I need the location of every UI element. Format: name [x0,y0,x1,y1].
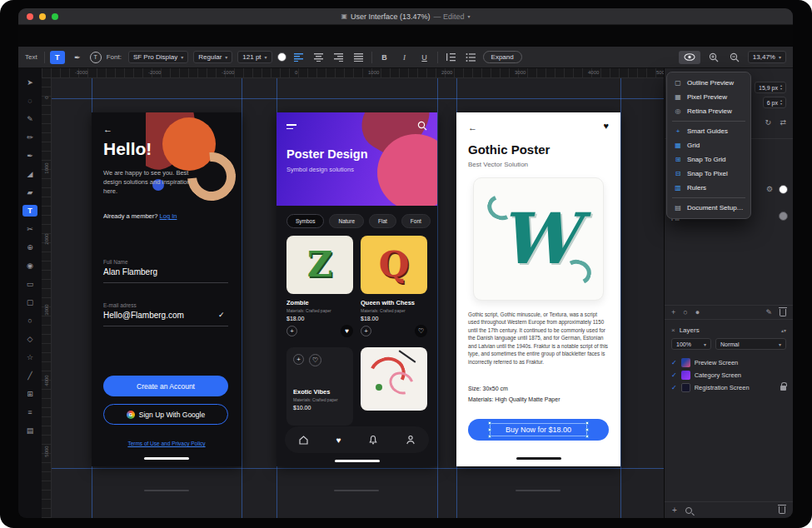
target-tool[interactable]: ⊕ [22,242,37,253]
menu-item-outline-preview[interactable]: ▢ Outline Preview [667,76,750,90]
add-style-icon[interactable]: + [671,308,675,316]
favorite-button[interactable]: ♥ [341,325,353,337]
selection-handle[interactable] [488,428,491,431]
menu-icon[interactable] [286,124,296,132]
text-tool-button[interactable]: T [50,51,65,64]
expand-button[interactable]: Expand [483,51,522,63]
font-size-select[interactable]: 121 pt▾ [237,51,271,63]
horizontal-ruler[interactable]: -3000 -2000 -1000 0 1000 2000 3000 4000 … [42,68,664,78]
knife-tool[interactable]: ◢ [22,168,37,180]
circle-filled-icon[interactable]: ● [695,308,700,316]
chip-nature[interactable]: Nature [329,214,364,228]
full-name-field[interactable]: Alan Flamberg [103,267,157,276]
stroke-swatch[interactable] [779,185,788,194]
artboard-category-screen[interactable]: Poster Design Symbol design solutions Sy… [276,112,437,466]
create-account-button[interactable]: Create an Account [103,376,228,396]
eraser-tool[interactable]: ▰ [22,187,37,198]
product-card-queen[interactable]: Q Queen with Chess Materials: Crafted pa… [361,236,427,337]
layers-tool[interactable]: ▤ [22,425,37,436]
bell-icon[interactable] [368,435,378,445]
text-color-swatch[interactable] [277,52,286,62]
align-left-button[interactable] [291,51,306,64]
lock-icon[interactable] [780,386,786,391]
product-card-doodle[interactable] [361,347,427,411]
line-tool[interactable]: ╱ [22,370,37,381]
gear-icon[interactable]: ⚙ [766,185,773,193]
favorite-button[interactable]: ♡ [415,325,427,337]
menu-item-smart-guides[interactable]: + Smart Guides [667,124,750,138]
artboard-preview-screen[interactable]: ← ♥ Gothic Poster Best Vector Solution W… [456,112,620,466]
select-tool[interactable]: ➤ [22,77,37,88]
minimize-button[interactable] [39,13,46,20]
italic-button[interactable]: I [397,51,412,64]
chip-font[interactable]: Font [401,214,431,228]
list-options-button[interactable] [463,51,478,64]
brush-tool[interactable]: ✒ [22,150,37,162]
buy-now-button[interactable]: Buy Now for $18.00 [468,419,609,441]
font-style-select[interactable]: Regular▾ [193,51,232,63]
google-signup-button[interactable]: G Sign Up With Google [103,404,228,425]
favorite-icon[interactable]: ♥ [603,121,609,131]
menu-item-document-setup[interactable]: ▤ Document Setup… [667,201,750,215]
profile-icon[interactable] [406,435,416,445]
email-field[interactable]: Hello@Flamberg.com [103,311,184,320]
panel-close-icon[interactable]: × [671,326,675,334]
text-style-icon[interactable]: ✒ [70,51,85,64]
trash-icon[interactable] [779,506,785,514]
lasso-tool[interactable]: ◌ [22,95,37,107]
font-family-select[interactable]: SF Pro Display▾ [128,51,188,63]
rows-tool[interactable]: ≡ [22,406,37,418]
close-button[interactable] [27,13,33,20]
selection-handle[interactable] [585,435,589,438]
align-center-button[interactable] [311,51,326,64]
opacity-select[interactable]: 100%▾ [671,338,711,350]
circle-outline-icon[interactable]: ○ [683,308,687,316]
polygon-tool[interactable]: ◇ [22,333,37,345]
layer-row-preview-screen[interactable]: ✓ Preview Screen [665,356,793,369]
menu-item-grid[interactable]: ▦ Grid [667,138,750,152]
blend-mode-select[interactable]: Normal▾ [715,338,786,350]
favorites-icon[interactable]: ♥ [336,436,341,445]
zoom-level-select[interactable]: 13,47%▾ [748,51,786,63]
menu-item-snap-to-grid[interactable]: ⊞ Snap To Grid [667,152,750,167]
menu-item-pixel-preview[interactable]: ▦ Pixel Preview [667,90,750,104]
layer-row-registration-screen[interactable]: ✓ Registration Screen [665,381,793,394]
text-tool[interactable]: T [22,205,37,217]
vertical-ruler[interactable]: 0 1000 2000 3000 4000 5000 [42,78,52,518]
add-button[interactable]: + [361,326,371,336]
rectangle-tool[interactable]: ▭ [22,278,37,290]
selection-handle[interactable] [585,421,589,425]
rotate-icon[interactable]: ↻ [765,118,771,127]
menu-item-rulers[interactable]: ▥ Rulers [667,181,750,195]
scissors-tool[interactable]: ✂ [22,223,37,235]
login-link[interactable]: Log In [160,212,177,220]
visibility-checkbox[interactable]: ✓ [671,371,677,379]
flip-icon[interactable]: ⇄ [780,118,786,127]
align-right-button[interactable] [331,51,346,64]
type-circle-icon[interactable]: T [90,52,102,63]
zoom-in-icon[interactable] [706,51,721,64]
search-layers-icon[interactable] [685,507,692,514]
home-icon[interactable] [298,435,309,445]
text-selection-box[interactable] [490,423,587,436]
dimension-field-a[interactable]: 15,9 px▴▾ [755,82,786,93]
zoom-out-icon[interactable] [727,51,742,64]
favorite-button[interactable]: ♡ [309,354,321,366]
search-icon[interactable] [417,121,427,131]
visibility-checkbox[interactable]: ✓ [671,359,677,366]
sort-icon[interactable]: ▴▾ [781,327,786,333]
chip-flat[interactable]: Flat [369,214,396,228]
add-button[interactable]: + [293,354,304,365]
star-tool[interactable]: ☆ [22,351,37,363]
add-layer-icon[interactable]: + [672,506,677,515]
trash-icon[interactable] [780,309,786,316]
back-arrow-icon[interactable]: ← [103,124,112,134]
selection-handle[interactable] [488,435,491,438]
pen-icon[interactable]: ✎ [765,308,772,316]
underline-button[interactable]: U [417,51,432,64]
ellipse-tool[interactable]: ○ [22,315,37,326]
dimension-field-b[interactable]: 6 px▴▾ [763,97,786,108]
product-card-exotic[interactable]: + ♡ Exotic Vibes Materials: Crafted pape… [286,347,353,426]
rounded-rect-tool[interactable]: ▢ [22,296,37,308]
zoom-tool[interactable]: ◉ [22,260,37,271]
